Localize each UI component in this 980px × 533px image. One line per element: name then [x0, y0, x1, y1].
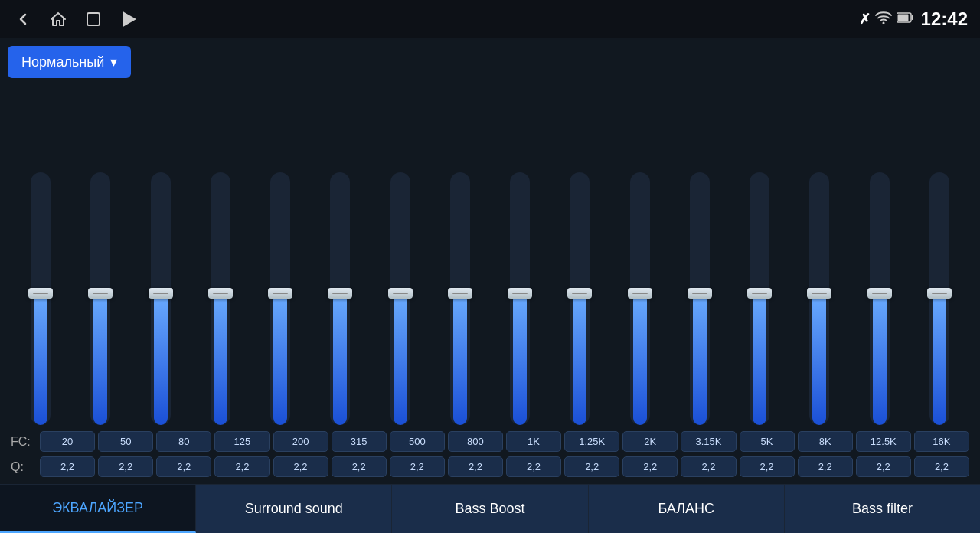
eq-band-8K	[789, 84, 849, 425]
slider-thumb-50[interactable]	[88, 288, 113, 299]
slider-track-8K[interactable]	[809, 172, 829, 425]
eq-band-125	[191, 84, 250, 425]
slider-thumb-800[interactable]	[448, 288, 472, 299]
tab-эквалайзер[interactable]: ЭКВАЛАЙЗЕР	[0, 485, 196, 533]
eq-band-12.5K	[850, 84, 910, 425]
slider-thumb-16K[interactable]	[927, 288, 952, 299]
slider-track-20[interactable]	[31, 172, 51, 425]
slider-track-12.5K[interactable]	[870, 172, 890, 425]
fc-badge-800[interactable]: 800	[448, 431, 503, 452]
slider-thumb-2K[interactable]	[628, 288, 652, 299]
slider-track-1.25K[interactable]	[570, 172, 590, 425]
slider-thumb-20[interactable]	[28, 288, 53, 299]
fc-badge-200[interactable]: 200	[273, 431, 328, 452]
fc-badge-80[interactable]: 80	[156, 431, 211, 452]
fc-badge-12.5K[interactable]: 12.5K	[856, 431, 911, 452]
q-badge-200[interactable]: 2,2	[273, 456, 328, 477]
svg-marker-1	[124, 13, 135, 25]
q-badge-2K[interactable]: 2,2	[622, 456, 678, 477]
q-badge-16K[interactable]: 2,2	[914, 456, 969, 477]
slider-track-315[interactable]	[330, 172, 350, 425]
svg-rect-0	[87, 13, 100, 25]
slider-thumb-8K[interactable]	[807, 288, 831, 299]
slider-track-5K[interactable]	[750, 172, 769, 425]
slider-track-2K[interactable]	[630, 172, 650, 425]
slider-track-200[interactable]	[270, 172, 290, 425]
q-badge-5K[interactable]: 2,2	[740, 456, 795, 477]
eq-band-500	[371, 84, 430, 425]
slider-thumb-1.25K[interactable]	[567, 288, 592, 299]
slider-thumb-125[interactable]	[208, 288, 233, 299]
fc-q-area: FC: 2050801252003155008001K1.25K2K3.15K5…	[8, 425, 972, 480]
q-badge-80[interactable]: 2,2	[156, 456, 211, 477]
slider-fill-315	[333, 293, 347, 425]
slider-track-3.15K[interactable]	[690, 172, 710, 425]
slider-fill-800	[453, 293, 467, 425]
tab-баланс[interactable]: БАЛАНС	[589, 485, 785, 533]
slider-track-1K[interactable]	[510, 172, 530, 425]
q-badge-125[interactable]: 2,2	[214, 456, 270, 477]
fc-badge-3.15K[interactable]: 3.15K	[681, 431, 736, 452]
slider-track-800[interactable]	[450, 172, 470, 425]
preset-button[interactable]: Нормальный ▾	[8, 46, 131, 78]
fc-badge-1.25K[interactable]: 1.25K	[564, 431, 619, 452]
eq-band-800	[430, 84, 490, 425]
q-badge-500[interactable]: 2,2	[390, 456, 445, 477]
fc-badge-8K[interactable]: 8K	[798, 431, 853, 452]
q-badge-1K[interactable]: 2,2	[506, 456, 561, 477]
slider-track-125[interactable]	[211, 172, 230, 425]
svg-point-2	[882, 21, 884, 24]
fc-badge-500[interactable]: 500	[390, 431, 445, 452]
slider-track-80[interactable]	[151, 172, 171, 425]
eq-band-315	[310, 84, 370, 425]
slider-thumb-5K[interactable]	[747, 288, 772, 299]
slider-track-500[interactable]	[390, 172, 410, 425]
q-badge-8K[interactable]: 2,2	[798, 456, 853, 477]
q-badge-3.15K[interactable]: 2,2	[681, 456, 736, 477]
slider-fill-3.15K	[693, 293, 707, 425]
fc-badge-1K[interactable]: 1K	[506, 431, 561, 452]
q-badge-12.5K[interactable]: 2,2	[856, 456, 911, 477]
slider-fill-2K	[633, 293, 647, 425]
tab-bass-boost[interactable]: Bass Boost	[392, 485, 588, 533]
svg-rect-5	[897, 15, 908, 21]
fc-badge-20[interactable]: 20	[40, 431, 95, 452]
slider-track-50[interactable]	[90, 172, 110, 425]
tab-bass-filter[interactable]: Bass filter	[785, 485, 980, 533]
slider-fill-1K	[513, 293, 527, 425]
fc-badge-2K[interactable]: 2K	[622, 431, 678, 452]
slider-thumb-1K[interactable]	[508, 288, 532, 299]
clock: 12:42	[921, 8, 968, 30]
back-button[interactable]	[12, 8, 34, 30]
q-badge-1.25K[interactable]: 2,2	[564, 456, 619, 477]
nav-controls	[12, 8, 139, 30]
bluetooth-icon: ✗	[859, 11, 871, 28]
q-badge-800[interactable]: 2,2	[448, 456, 503, 477]
fc-badge-125[interactable]: 125	[214, 431, 270, 452]
media-button[interactable]	[118, 8, 139, 30]
q-badge-20[interactable]: 2,2	[40, 456, 95, 477]
q-badge-315[interactable]: 2,2	[332, 456, 387, 477]
equalizer-main: Нормальный ▾ FC: 2050801252003155008001K…	[0, 38, 980, 484]
eq-band-1K	[490, 84, 550, 425]
slider-thumb-500[interactable]	[388, 288, 413, 299]
slider-thumb-12.5K[interactable]	[867, 288, 892, 299]
slider-thumb-200[interactable]	[268, 288, 292, 299]
eq-sliders-area	[8, 84, 972, 425]
fc-badge-16K[interactable]: 16K	[914, 431, 969, 452]
tab-surround-sound[interactable]: Surround sound	[196, 485, 392, 533]
fc-badge-315[interactable]: 315	[332, 431, 387, 452]
slider-thumb-3.15K[interactable]	[688, 288, 712, 299]
q-badge-50[interactable]: 2,2	[98, 456, 153, 477]
slider-thumb-80[interactable]	[149, 288, 173, 299]
slider-thumb-315[interactable]	[328, 288, 352, 299]
home-button[interactable]	[47, 8, 69, 30]
slider-fill-8K	[812, 293, 826, 425]
battery-icon	[897, 12, 913, 26]
fc-badge-5K[interactable]: 5K	[740, 431, 795, 452]
fc-badge-50[interactable]: 50	[98, 431, 153, 452]
slider-fill-125	[214, 293, 227, 425]
preset-label: Нормальный	[21, 54, 104, 70]
slider-track-16K[interactable]	[929, 172, 949, 425]
recents-button[interactable]	[83, 8, 104, 30]
